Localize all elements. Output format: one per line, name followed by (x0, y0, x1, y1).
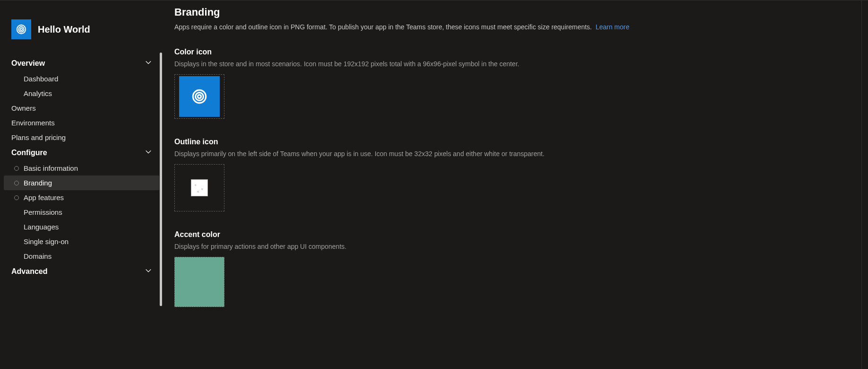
bullet-icon (14, 166, 19, 171)
sidebar-item-label: Dashboard (24, 75, 58, 83)
section-heading: Color icon (174, 48, 847, 56)
color-icon-preview (179, 76, 220, 117)
bullet-icon (14, 181, 19, 185)
main-content: Branding Apps require a color and outlin… (163, 0, 861, 369)
sidebar-item-dashboard[interactable]: Dashboard (4, 71, 159, 86)
sidebar-item-single-sign-on[interactable]: Single sign-on (4, 234, 159, 249)
page-lead: Apps require a color and outline icon in… (174, 23, 847, 31)
sidebar-item-label: Permissions (24, 208, 62, 216)
svg-point-5 (198, 95, 201, 98)
main-scrollbar[interactable] (861, 0, 868, 369)
sidebar-item-basic-information[interactable]: Basic information (4, 161, 159, 176)
sidebar-item-label: Environments (11, 119, 55, 127)
nav-section-advanced[interactable]: Advanced (4, 264, 159, 280)
sidebar-item-domains[interactable]: Domains (4, 249, 159, 264)
sidebar-item-app-features[interactable]: App features (4, 190, 159, 205)
nav-section-configure[interactable]: Configure (4, 145, 159, 161)
page-lead-text: Apps require a color and outline icon in… (174, 23, 592, 31)
chevron-down-icon (145, 149, 152, 157)
accent-color-swatch[interactable] (174, 257, 224, 307)
page-title: Branding (174, 6, 847, 18)
sidebar-item-branding[interactable]: Branding (4, 176, 159, 190)
nav-section-overview[interactable]: Overview (4, 55, 159, 71)
sidebar-item-label: Owners (11, 104, 36, 112)
sidebar-item-permissions[interactable]: Permissions (4, 205, 159, 220)
app-header: Hello World (0, 19, 163, 55)
sidebar-item-label: Branding (24, 179, 52, 187)
outline-icon-dropzone[interactable] (174, 164, 224, 211)
learn-more-link[interactable]: Learn more (595, 23, 629, 31)
chevron-down-icon (145, 59, 152, 68)
sidebar-item-languages[interactable]: Languages (4, 220, 159, 234)
svg-point-4 (196, 93, 204, 101)
nav-section-label: Overview (11, 59, 45, 68)
section-heading: Outline icon (174, 138, 847, 146)
chevron-down-icon (145, 267, 152, 276)
section-color-icon: Color icon Displays in the store and in … (174, 48, 847, 119)
app-logo-icon (11, 19, 31, 39)
section-outline-icon: Outline icon Displays primarily on the l… (174, 138, 847, 211)
color-icon-dropzone[interactable] (174, 74, 224, 119)
section-desc: Displays in the store and in most scenar… (174, 60, 847, 68)
sidebar-item-label: Analytics (24, 89, 52, 97)
section-accent-color: Accent color Displays for primary action… (174, 230, 847, 307)
sidebar-item-environments[interactable]: Environments (4, 115, 159, 130)
section-desc: Displays for primary actions and other a… (174, 243, 847, 250)
sidebar-item-owners[interactable]: Owners (4, 101, 159, 115)
sidebar-item-label: Basic information (24, 164, 78, 172)
sidebar-item-label: Languages (24, 223, 59, 231)
svg-point-2 (20, 28, 23, 31)
svg-point-1 (18, 26, 24, 32)
app-title: Hello World (38, 24, 90, 35)
bullet-icon (14, 195, 19, 200)
section-desc: Displays primarily on the left side of T… (174, 150, 847, 158)
sidebar-item-label: Single sign-on (24, 237, 69, 246)
outline-icon-preview (191, 179, 208, 196)
nav-section-label: Configure (11, 149, 47, 157)
sidebar-item-label: App features (24, 193, 64, 202)
section-heading: Accent color (174, 230, 847, 239)
sidebar-item-analytics[interactable]: Analytics (4, 86, 159, 101)
nav-section-label: Advanced (11, 267, 47, 276)
sidebar-item-label: Domains (24, 252, 52, 260)
sidebar: Hello World Overview Dashboard Analytics… (0, 0, 163, 369)
sidebar-item-plans-and-pricing[interactable]: Plans and pricing (4, 130, 159, 145)
sidebar-scrollbar[interactable] (160, 53, 162, 306)
sidebar-item-label: Plans and pricing (11, 133, 66, 141)
